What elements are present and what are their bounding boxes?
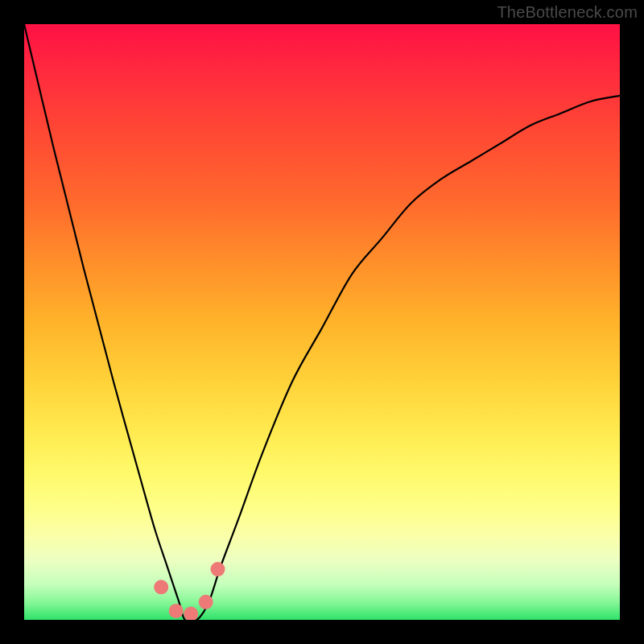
- curve-layer: [24, 24, 620, 620]
- highlight-dot: [169, 604, 184, 618]
- chart-frame: TheBottleneck.com: [0, 0, 644, 644]
- highlight-dot: [184, 607, 198, 620]
- watermark-text: TheBottleneck.com: [497, 3, 638, 22]
- bottleneck-curve: [24, 24, 620, 620]
- highlight-dots: [154, 562, 225, 620]
- plot-area: [24, 24, 620, 620]
- highlight-dot: [154, 580, 168, 594]
- highlight-dot: [199, 595, 213, 609]
- highlight-dot: [211, 562, 225, 576]
